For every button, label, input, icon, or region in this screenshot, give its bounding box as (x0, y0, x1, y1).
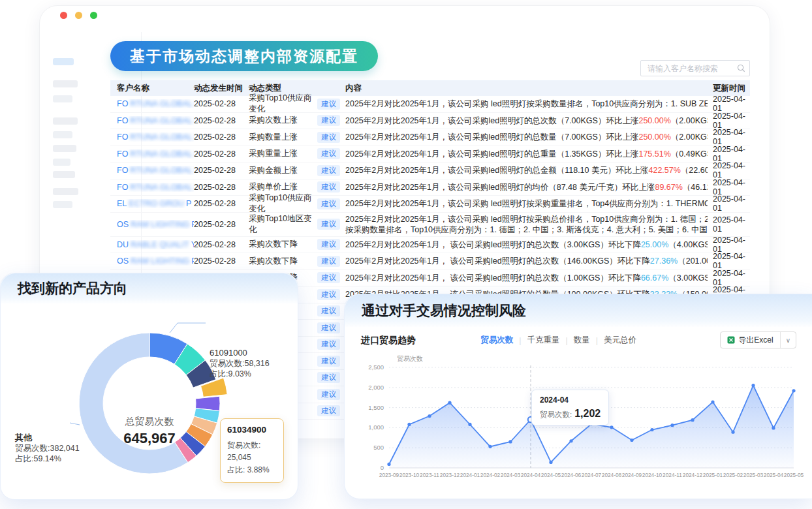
table-row[interactable]: FORTUNA GLOBAL INC2025-02-28采购Top10供应商变化… (110, 96, 750, 113)
sidebar-skeleton-bar[interactable] (53, 95, 72, 102)
sidebar-skeleton-bar[interactable] (53, 131, 72, 138)
customer-name-link[interactable]: FORTUNA GLOBAL INC (117, 166, 194, 175)
trend-point[interactable] (670, 424, 674, 427)
trend-point[interactable] (387, 463, 390, 466)
sidebar-skeleton-bar[interactable] (53, 80, 78, 87)
suggestion-badge[interactable]: 建议 (317, 272, 340, 283)
event-type-cell: 采购数量上涨建议 (249, 132, 343, 143)
table-row[interactable]: DURABLE QUALITY PROD...2025-02-28采购次数下降建… (110, 237, 750, 254)
update-time-cell: 2025-04-01 (708, 128, 747, 146)
trend-point[interactable] (428, 414, 431, 418)
customer-name-link[interactable]: FORTUNA GLOBAL INC (117, 183, 194, 192)
y-axis-series-label: 贸易次数 (397, 355, 423, 362)
table-row[interactable]: FORTUNA GLOBAL INC2025-02-28采购数量上涨建议2025… (110, 129, 750, 146)
customer-name-link[interactable]: FORTUNA GLOBAL INC (117, 99, 194, 108)
close-button[interactable] (60, 12, 67, 19)
suggestion-badge[interactable]: 建议 (317, 389, 340, 400)
table-row[interactable]: FORTUNA GLOBAL INC2025-02-28采购单价上涨建议2025… (110, 179, 750, 196)
sidebar-skeleton-bar[interactable] (53, 201, 72, 208)
customer-name-link[interactable]: FORTUNA GLOBAL INC (117, 132, 194, 142)
event-type-cell: 采购重量上涨建议 (249, 148, 343, 159)
sidebar-skeleton-bar[interactable] (53, 171, 75, 178)
customer-search-input[interactable] (646, 63, 737, 74)
table-row[interactable]: OSRAM LIGHTINGPRIVA...2025-02-28采购Top10地… (110, 213, 750, 237)
trend-point[interactable] (630, 439, 633, 442)
table-row[interactable]: FORTUNA GLOBAL INC2025-02-28采购次数上涨建议2025… (110, 113, 750, 130)
suggestion-badge[interactable]: 建议 (317, 115, 340, 126)
trend-point[interactable] (792, 389, 795, 392)
trend-point[interactable] (569, 439, 572, 442)
suggestion-badge[interactable]: 建议 (317, 322, 340, 333)
suggestion-badge[interactable]: 建议 (317, 356, 340, 367)
metric-tab-1[interactable]: 贸易次数 (475, 335, 519, 346)
metric-tab-3[interactable]: 数量 (568, 335, 596, 346)
sidebar-skeleton-bar[interactable] (53, 188, 78, 195)
x-tick-label: 2025-04 (764, 472, 784, 478)
trend-point[interactable] (549, 461, 552, 464)
trend-point[interactable] (691, 418, 694, 422)
suggestion-badge[interactable]: 建议 (317, 148, 340, 159)
trend-point[interactable] (488, 445, 492, 448)
trend-point[interactable] (751, 384, 755, 387)
sidebar-skeleton-bar[interactable] (53, 117, 78, 125)
update-time-cell: 2025-04-01 (708, 252, 747, 270)
sidebar-skeleton-bar[interactable] (53, 145, 76, 152)
suggestion-badge[interactable]: 建议 (317, 165, 340, 176)
event-type-cell: 采购次数下降建议 (249, 239, 343, 250)
y-tick-label: 2,500 (368, 363, 384, 371)
sidebar-skeleton-bar[interactable] (53, 159, 70, 166)
suggestion-badge[interactable]: 建议 (317, 219, 340, 230)
table-row[interactable]: ELECTRO GROUP2025-02-28采购Top10供应商变化建议202… (110, 196, 750, 213)
suggestion-badge[interactable]: 建议 (317, 239, 340, 250)
trend-point[interactable] (407, 423, 411, 426)
donut-callout-other: 其他 贸易次数:382,041 占比:59.14% (15, 433, 80, 464)
suggestion-badge[interactable]: 建议 (317, 181, 340, 193)
table-row[interactable]: OSRAM LIGHTINGPRIVA...2025-02-28采购次数下降建议… (110, 253, 750, 270)
header-cell-date: 动态发生时间 (194, 83, 249, 94)
zoom-button[interactable] (90, 12, 97, 19)
customer-name-link[interactable]: OSRAM LIGHTINGPRIVA... (117, 220, 194, 229)
suggestion-badge[interactable]: 建议 (317, 99, 340, 110)
trend-point[interactable] (772, 426, 775, 429)
customer-name-link[interactable]: DURABLE QUALITY PROD... (117, 240, 194, 249)
section-banner: 基于市场动态调整内部资源配置 (110, 41, 378, 71)
table-row[interactable]: FORTUNA GLOBAL INC2025-02-28采购金额上涨建议2025… (110, 162, 750, 179)
metric-tab-2[interactable]: 千克重量 (522, 335, 566, 346)
suggestion-badge[interactable]: 建议 (317, 372, 340, 383)
sidebar-skeleton-bar-active[interactable] (53, 58, 74, 65)
trend-point[interactable] (508, 440, 512, 443)
trend-point[interactable] (448, 401, 451, 405)
header-cell-customer: 客户名称 (110, 83, 194, 94)
trend-point[interactable] (610, 425, 613, 429)
export-dropdown-toggle[interactable]: ∨ (780, 332, 796, 348)
trend-point[interactable] (711, 400, 714, 403)
suggestion-badge[interactable]: 建议 (317, 198, 340, 209)
suggestion-badge[interactable]: 建议 (317, 339, 340, 350)
customer-name-link[interactable]: FORTUNA GLOBAL INC (117, 116, 194, 125)
event-date-cell: 2025-02-28 (194, 199, 249, 208)
suggestion-badge[interactable]: 建议 (317, 256, 340, 267)
customer-name-link[interactable]: ELECTRO GROUP (117, 199, 191, 208)
customer-name-link[interactable]: FORTUNA GLOBAL INC (117, 149, 194, 159)
update-time-cell: 2025-04-01 (708, 178, 747, 196)
customer-name-cell: OSRAM LIGHTINGPRIVA... (110, 220, 194, 229)
minimize-button[interactable] (75, 12, 82, 19)
suggestion-badge[interactable]: 建议 (317, 305, 340, 316)
dashboard-screenshot: 基于市场动态调整内部资源配置 客户名称 动态发生时间 动态类型 内容 更新时间 … (0, 0, 812, 509)
trend-point[interactable] (650, 428, 653, 431)
suggestion-badge[interactable]: 建议 (317, 405, 340, 416)
trend-point[interactable] (468, 423, 471, 426)
donut-chart[interactable]: 总贸易次数 645,967 61091000 贸易次数:58,316 占比:9.… (1, 303, 299, 500)
table-row[interactable]: FORTUNA GLOBAL INC2025-02-28采购重量上涨建议2025… (110, 146, 750, 163)
customer-name-link[interactable]: OSRAM LIGHTINGPRIVA... (117, 256, 194, 266)
suggestion-badge[interactable]: 建议 (317, 289, 340, 300)
export-excel-action[interactable]: 导出Excel (721, 332, 779, 348)
event-date-cell: 2025-02-28 (194, 183, 249, 192)
metric-tab-4[interactable]: 美元总价 (598, 335, 642, 346)
trend-point[interactable] (731, 431, 734, 434)
risk-card-title: 通过对手交易情况控制风险 (345, 294, 812, 327)
suggestion-badge[interactable]: 建议 (317, 132, 340, 143)
export-excel-button: 导出Excel ∨ (720, 332, 796, 348)
x-tick-label: 2024-09 (622, 472, 642, 478)
event-date-cell: 2025-02-28 (194, 256, 249, 266)
